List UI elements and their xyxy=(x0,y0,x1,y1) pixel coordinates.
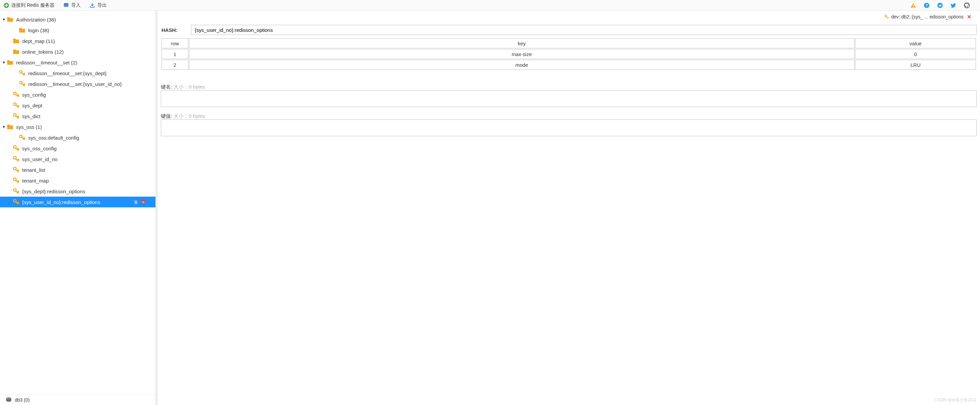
key-name-input[interactable] xyxy=(191,25,977,35)
key-icon xyxy=(13,167,19,173)
key-icon xyxy=(884,14,889,19)
import-label: 导入 xyxy=(71,2,81,8)
key-icon xyxy=(13,145,19,152)
tree-folder[interactable]: ▼sys_oss (1) xyxy=(0,121,156,132)
tree-folder[interactable]: login (38) xyxy=(0,25,156,36)
col-value[interactable]: value xyxy=(855,38,976,48)
keyvalue-label: 键值: 大小：0 bytes xyxy=(161,113,977,119)
tree-key[interactable]: sys_oss_config xyxy=(0,143,156,154)
tree-key[interactable]: sys_oss:default_config xyxy=(0,132,156,143)
col-row[interactable]: row xyxy=(161,38,188,48)
chevron-icon[interactable]: ▼ xyxy=(2,60,6,64)
folder-icon xyxy=(13,38,19,44)
tree-item-label: tenant_map xyxy=(22,178,49,184)
table-row[interactable]: 2modeLRU xyxy=(161,60,976,70)
plus-icon xyxy=(3,2,10,8)
tree-item-label: sys_oss:default_config xyxy=(28,135,79,141)
warning-icon[interactable] xyxy=(910,2,916,8)
tree-key[interactable]: sys_config xyxy=(0,89,156,100)
key-icon xyxy=(13,91,19,98)
tree-folder[interactable]: online_tokens (12) xyxy=(0,46,156,57)
copy-icon[interactable] xyxy=(133,199,138,205)
tree-item-label: tenant_list xyxy=(22,167,45,173)
import-button[interactable]: 导入 xyxy=(63,2,81,8)
svg-point-38 xyxy=(6,397,11,399)
connect-label: 连接到 Redis 服务器 xyxy=(11,2,54,8)
hash-label: HASH: xyxy=(161,27,184,33)
tree-key[interactable]: sys_user_id_no xyxy=(0,154,156,164)
keyvalue-textarea[interactable] xyxy=(161,119,977,136)
tree-key[interactable]: {sys_dept}:redisson_options xyxy=(0,186,156,197)
keyname-textarea[interactable] xyxy=(161,90,977,107)
key-icon xyxy=(13,102,19,109)
key-tree: ▼Authorization (38)login (38)dept_map (1… xyxy=(0,11,156,394)
col-key[interactable]: key xyxy=(189,38,854,48)
tree-key[interactable]: tenant_map xyxy=(0,175,156,186)
delete-icon[interactable] xyxy=(141,199,146,205)
keyname-label: 键名: 大小：0 bytes xyxy=(161,84,977,90)
svg-rect-6 xyxy=(913,6,913,7)
hash-table: row key value 1max-size02modeLRU xyxy=(161,38,977,70)
tree-item-label: {sys_user_id_no}:redisson_options xyxy=(22,199,100,205)
svg-rect-21 xyxy=(7,125,10,126)
tree-folder[interactable]: ▼redisson__timeout__set (2) xyxy=(0,57,156,68)
cell-key: max-size xyxy=(189,49,854,59)
svg-rect-14 xyxy=(13,50,16,51)
toolbar: 连接到 Redis 服务器 导入 导出 ? xyxy=(0,0,980,11)
export-button[interactable]: 导出 xyxy=(89,2,107,8)
svg-rect-2 xyxy=(5,5,8,5)
tree-key[interactable]: tenant_list xyxy=(0,164,156,175)
tree-item-label: online_tokens (12) xyxy=(22,49,64,55)
tree-key[interactable]: sys_dept xyxy=(0,100,156,111)
tree-item-label: {sys_dept}:redisson_options xyxy=(22,189,85,194)
close-icon[interactable]: ✕ xyxy=(967,14,971,20)
chevron-icon[interactable]: ▼ xyxy=(2,17,6,21)
twitter-icon[interactable] xyxy=(950,2,956,8)
key-icon xyxy=(13,156,19,162)
svg-rect-13 xyxy=(13,39,16,40)
tree-item-label: dept_map (11) xyxy=(22,38,55,44)
chevron-icon[interactable]: ▼ xyxy=(2,125,6,129)
tree-key[interactable]: {sys_user_id_no}:redisson_options xyxy=(0,197,156,207)
svg-rect-34 xyxy=(143,201,143,203)
sidebar: ▼Authorization (38)login (38)dept_map (1… xyxy=(0,11,156,405)
svg-rect-35 xyxy=(143,201,144,203)
help-icon[interactable]: ? xyxy=(924,2,930,8)
key-icon xyxy=(13,113,19,119)
key-icon xyxy=(13,199,19,205)
tree-folder[interactable]: ▼Authorization (38) xyxy=(0,14,156,25)
folder-icon xyxy=(7,16,13,23)
tree-item-label: sys_dept xyxy=(22,103,42,108)
svg-rect-11 xyxy=(7,17,10,19)
tree-folder[interactable]: dept_map (11) xyxy=(0,36,156,46)
table-row[interactable]: 1max-size0 xyxy=(161,49,976,59)
tree-item-label: sys_oss_config xyxy=(22,146,57,151)
tab-key[interactable]: dev::db2::{sys_ ... edisson_options ✕ xyxy=(882,13,973,21)
tree-item-label: sys_dict xyxy=(22,113,40,119)
tree-item-label: redisson__timeout__set:{sys_dept} xyxy=(28,70,107,76)
cell-row: 2 xyxy=(161,60,188,70)
svg-text:?: ? xyxy=(925,3,928,8)
tree-item-label: sys_user_id_no xyxy=(22,156,57,162)
tree-key[interactable]: redisson__timeout__set:{sys_dept} xyxy=(0,68,156,78)
svg-rect-4 xyxy=(64,3,68,4)
tree-key[interactable]: sys_dict xyxy=(0,111,156,121)
connect-button[interactable]: 连接到 Redis 服务器 xyxy=(3,2,54,8)
db-selector[interactable]: db3 (0) xyxy=(0,394,156,405)
tree-item-label: Authorization (38) xyxy=(16,17,56,22)
svg-rect-5 xyxy=(913,4,913,6)
db-label: db3 (0) xyxy=(15,397,30,403)
export-icon xyxy=(89,2,95,8)
folder-icon xyxy=(19,27,25,33)
content-pane: dev::db2::{sys_ ... edisson_options ✕ HA… xyxy=(158,11,980,405)
cell-row: 1 xyxy=(161,49,188,59)
tree-item-label: redisson__timeout__set:{sys_user_id_no} xyxy=(28,81,122,87)
svg-rect-12 xyxy=(19,28,21,29)
github-icon[interactable] xyxy=(964,2,970,8)
telegram-icon[interactable] xyxy=(937,2,943,8)
tree-item-label: sys_oss (1) xyxy=(16,124,42,130)
key-icon xyxy=(19,70,25,76)
tree-key[interactable]: redisson__timeout__set:{sys_user_id_no} xyxy=(0,78,156,89)
key-icon xyxy=(13,177,19,184)
key-icon xyxy=(13,188,19,195)
